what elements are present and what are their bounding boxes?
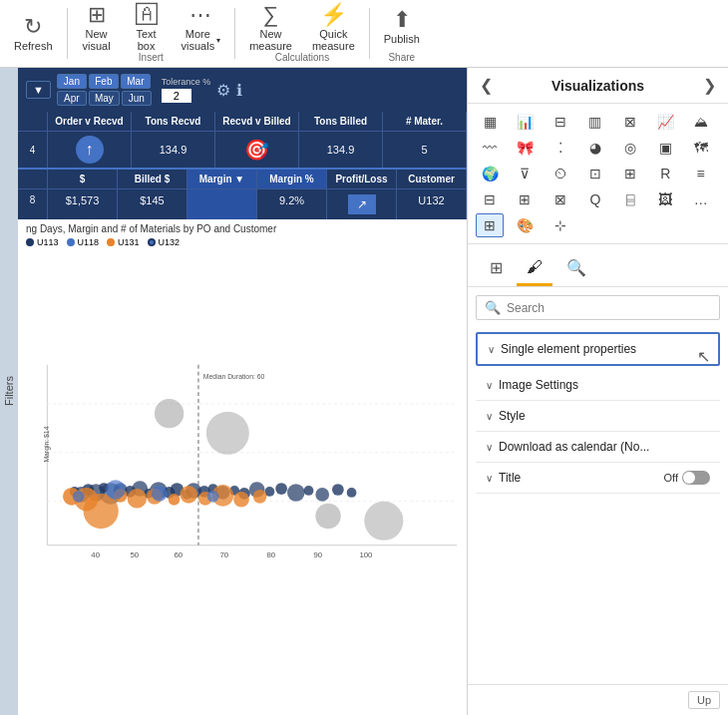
metrics-header-2: Tons Recvd <box>132 112 215 131</box>
title-header[interactable]: ∨ Title Off <box>476 463 720 493</box>
viz-icon-funnel[interactable]: ⊽ <box>511 162 539 185</box>
viz-icon-image[interactable]: 🖼 <box>651 187 679 211</box>
viz-icon-map[interactable]: 🗺 <box>687 136 715 160</box>
viz-icon-stacked-bar[interactable]: ▦ <box>476 110 504 134</box>
more-visuals-button[interactable]: ⋯ More visuals ▾ <box>172 0 231 56</box>
viz-icon-decomposition[interactable]: ⌸ <box>616 187 644 211</box>
viz-nav-right[interactable]: ❯ <box>703 76 716 95</box>
viz-icon-slicer[interactable]: ≡ <box>687 162 715 185</box>
tolerance-input[interactable] <box>162 89 191 103</box>
month-feb[interactable]: Feb <box>89 74 119 89</box>
download-calendar-chevron: ∨ <box>486 442 493 453</box>
viz-icon-gauge[interactable]: ⏲ <box>546 162 574 185</box>
chart-area: ng Days, Margin and # of Materials by PO… <box>18 219 467 715</box>
new-measure-button[interactable]: ∑ New measure <box>239 0 302 56</box>
viz-icon-filled-map[interactable]: 🌍 <box>476 162 504 185</box>
image-settings-header[interactable]: ∨ Image Settings <box>476 370 720 400</box>
viz-icon-line[interactable]: 📈 <box>651 110 679 134</box>
svg-text:Median Duration: 60: Median Duration: 60 <box>203 373 265 380</box>
svg-point-56 <box>206 412 249 455</box>
viz-icon-more[interactable]: … <box>687 187 715 211</box>
svg-point-53 <box>233 492 249 508</box>
style-chevron: ∨ <box>486 411 493 422</box>
style-header[interactable]: ∨ Style <box>476 401 720 431</box>
viz-icon-custom-1[interactable]: ⊹ <box>546 213 574 237</box>
svg-point-42 <box>347 488 357 498</box>
refresh-label: Refresh <box>14 40 53 52</box>
viz-icon-calendar[interactable]: ⊞ <box>476 213 504 237</box>
viz-icon-line-bar[interactable]: 〰 <box>476 136 504 160</box>
image-settings-section: ∨ Image Settings <box>476 370 720 401</box>
month-jun[interactable]: Jun <box>122 91 152 106</box>
scroll-up-button[interactable]: Up <box>688 691 720 709</box>
viz-icon-ribbon[interactable]: 🎀 <box>511 136 539 160</box>
download-calendar-header[interactable]: ∨ Download as calendar (No... <box>476 432 720 462</box>
info-icon-button[interactable]: ℹ <box>236 81 242 100</box>
tab-fields[interactable]: ⊞ <box>480 252 513 286</box>
svg-point-40 <box>315 488 329 502</box>
search-input[interactable] <box>507 301 711 315</box>
viz-icon-treemap[interactable]: ▣ <box>651 136 679 160</box>
filters-label: Filters <box>3 377 15 407</box>
svg-point-59 <box>73 491 85 503</box>
viz-icon-kpi[interactable]: R <box>651 162 679 185</box>
tolerance-label: Tolerance % <box>162 77 211 87</box>
month-jan[interactable]: Jan <box>57 74 87 89</box>
share-group: ⬆ Publish Share <box>374 0 430 67</box>
calculations-group-label: Calculations <box>239 52 365 63</box>
viz-icon-pie[interactable]: ◕ <box>581 136 609 160</box>
fin-header-4[interactable]: Margin % <box>257 170 327 188</box>
refresh-icon: ↻ <box>24 16 42 38</box>
title-toggle-thumb <box>683 472 695 484</box>
viz-icon-waterfall[interactable]: ⊠ <box>546 187 574 211</box>
svg-text:70: 70 <box>219 550 228 559</box>
up-arrow-icon: ↑ <box>76 136 104 164</box>
svg-point-55 <box>155 399 183 428</box>
single-element-section-header[interactable]: ∨ Single element properties ↖ <box>478 334 718 364</box>
viz-icon-multi-card[interactable]: ⊞ <box>616 162 644 185</box>
sort-arrow: ▼ <box>234 174 244 184</box>
more-visuals-icon: ⋯ <box>189 4 211 26</box>
month-mar[interactable]: Mar <box>121 74 151 89</box>
text-box-button[interactable]: 🄰 Text box <box>122 0 172 56</box>
metrics-header-5: # Mater. <box>383 112 467 131</box>
share-group-label: Share <box>374 52 430 63</box>
tab-analytics[interactable]: 🔍 <box>556 252 596 286</box>
viz-icon-clustered-bar[interactable]: ⊟ <box>546 110 574 134</box>
divider-3 <box>369 8 370 59</box>
metrics-header-0 <box>18 112 48 131</box>
title-label: Title <box>499 471 658 485</box>
fin-data-5: ↗ <box>327 189 397 219</box>
viz-icon-color[interactable]: 🎨 <box>511 213 539 237</box>
viz-icon-bar[interactable]: 📊 <box>511 110 539 134</box>
title-toggle-track <box>682 471 710 485</box>
fin-header-3[interactable]: Margin ▼ <box>187 170 257 188</box>
viz-nav-left[interactable]: ❮ <box>480 76 493 95</box>
viz-icon-donut[interactable]: ◎ <box>616 136 644 160</box>
viz-icon-clustered-col[interactable]: ⊠ <box>616 110 644 134</box>
svg-point-62 <box>207 491 219 503</box>
filters-sidebar[interactable]: Filters <box>0 68 18 715</box>
tab-format[interactable]: 🖌 <box>517 252 552 286</box>
new-visual-button[interactable]: ⊞ New visual <box>72 0 122 56</box>
metrics-data-row: 4 ↑ 134.9 🎯 134.9 <box>18 132 467 168</box>
viz-icon-matrix[interactable]: ⊞ <box>511 187 539 211</box>
viz-icon-table[interactable]: ⊟ <box>476 187 504 211</box>
viz-icon-area[interactable]: ⛰ <box>687 110 715 134</box>
search-icon: 🔍 <box>485 300 501 315</box>
month-apr[interactable]: Apr <box>57 91 87 106</box>
viz-icon-stacked-col[interactable]: ▥ <box>581 110 609 134</box>
viz-icon-scatter[interactable]: ⁚ <box>546 136 574 160</box>
refresh-button[interactable]: ↻ Refresh <box>4 0 63 67</box>
period-dropdown[interactable]: ▼ <box>26 81 51 99</box>
month-may[interactable]: May <box>89 91 120 106</box>
svg-point-57 <box>315 504 340 529</box>
title-toggle[interactable]: Off <box>664 471 710 485</box>
viz-icon-card[interactable]: ⊡ <box>581 162 609 185</box>
filter-icon-button[interactable]: ⚙ <box>216 81 230 100</box>
viz-icon-qna[interactable]: Q <box>581 187 609 211</box>
fin-data-3 <box>187 189 257 219</box>
publish-button[interactable]: ⬆ Publish <box>374 0 430 53</box>
quick-measure-button[interactable]: ⚡ Quick measure <box>302 0 365 56</box>
divider-1 <box>67 8 68 59</box>
